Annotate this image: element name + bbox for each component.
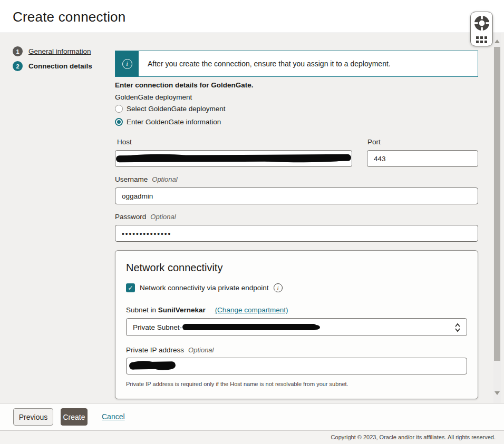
life-ring-help-icon <box>474 15 490 33</box>
host-label: Host <box>117 138 132 146</box>
step-label-connection-details: Connection details <box>28 62 92 70</box>
step-number-badge: 1 <box>13 46 23 56</box>
step-general-information[interactable]: 1 General information <box>13 46 108 56</box>
wizard-steps: 1 General information 2 Connection detai… <box>13 46 108 76</box>
private-ip-label-text: Private IP address <box>126 346 184 354</box>
radio-circle-icon[interactable] <box>115 105 123 113</box>
subnet-redaction-scribble <box>182 324 317 330</box>
info-banner: i After you create the connection, ensur… <box>115 51 478 77</box>
private-ip-optional-tag: Optional <box>188 346 214 354</box>
subnet-select-value: Private Subnet- <box>133 323 182 331</box>
select-updown-chevron-icon <box>454 323 461 334</box>
create-connection-page: Create connection 1 <box>0 0 504 444</box>
subnet-prefix-text: Subnet in <box>126 306 156 314</box>
private-ip-input[interactable] <box>126 358 467 374</box>
password-optional-tag: Optional <box>150 213 176 221</box>
network-connectivity-section: Network connectivity ✓ Network connectiv… <box>115 250 478 399</box>
host-redaction-scribble <box>116 154 351 162</box>
private-ip-redaction-scribble <box>129 361 176 370</box>
port-label: Port <box>367 138 381 146</box>
private-ip-label: Private IP addressOptional <box>126 346 214 354</box>
password-input[interactable] <box>115 225 478 242</box>
private-endpoint-checkbox-label: Network connectivity via private endpoin… <box>140 284 269 292</box>
radio-label: Select GoldenGate deployment <box>127 105 226 113</box>
step-label-general-information[interactable]: General information <box>28 47 91 55</box>
username-label: UsernameOptional <box>115 175 178 183</box>
password-label-text: Password <box>115 213 146 221</box>
create-button[interactable]: Create <box>61 408 88 426</box>
scrollbar-thumb[interactable] <box>494 47 500 361</box>
username-optional-tag: Optional <box>152 175 177 183</box>
private-endpoint-checkbox-row[interactable]: ✓ Network connectivity via private endpo… <box>126 283 283 292</box>
private-ip-helper-text: Private IP address is required only if t… <box>126 381 348 387</box>
vertical-scrollbar[interactable] <box>493 33 501 403</box>
cancel-link[interactable]: Cancel <box>102 412 125 421</box>
checkbox-checked-icon[interactable]: ✓ <box>126 283 135 292</box>
scroll-down-arrow-icon[interactable] <box>495 391 500 395</box>
subnet-select[interactable]: Private Subnet- <box>126 318 467 336</box>
step-connection-details[interactable]: 2 Connection details <box>13 61 108 71</box>
page-title: Create connection <box>13 9 125 25</box>
change-compartment-link[interactable]: (Change compartment) <box>215 306 288 314</box>
page-header: Create connection <box>0 0 504 33</box>
private-endpoint-info-icon[interactable]: i <box>274 283 283 292</box>
footer-actions-bar: Previous Create Cancel <box>0 403 504 430</box>
info-banner-icon-block: i <box>115 51 139 76</box>
radio-circle-selected-icon[interactable] <box>115 118 123 126</box>
radio-enter-goldengate-information[interactable]: Enter GoldenGate information <box>115 118 221 126</box>
subnet-compartment-row: Subnet in SunilVernekar (Change compartm… <box>126 306 288 314</box>
copyright-text: Copyright © 2023, Oracle and/or its affi… <box>331 434 496 440</box>
username-label-text: Username <box>115 175 148 183</box>
compartment-name: SunilVernekar <box>158 306 206 314</box>
network-connectivity-title: Network connectivity <box>126 262 222 274</box>
drag-handle-dots-icon <box>476 36 487 43</box>
username-input[interactable] <box>115 188 478 204</box>
radio-select-goldengate-deployment[interactable]: Select GoldenGate deployment <box>115 105 226 113</box>
info-banner-text: After you create the connection, ensure … <box>139 60 391 68</box>
section-intro-text: Enter connection details for GoldenGate. <box>115 81 254 89</box>
goldengate-deployment-label: GoldenGate deployment <box>115 93 192 101</box>
copyright-bar: Copyright © 2023, Oracle and/or its affi… <box>0 430 504 444</box>
port-input[interactable] <box>367 150 478 167</box>
password-label: PasswordOptional <box>115 213 176 221</box>
scroll-up-arrow-icon[interactable] <box>495 40 500 43</box>
radio-label: Enter GoldenGate information <box>127 118 221 126</box>
info-icon: i <box>122 59 132 69</box>
help-panel-button[interactable] <box>470 12 493 46</box>
previous-button[interactable]: Previous <box>13 408 53 426</box>
step-number-badge: 2 <box>13 61 23 71</box>
